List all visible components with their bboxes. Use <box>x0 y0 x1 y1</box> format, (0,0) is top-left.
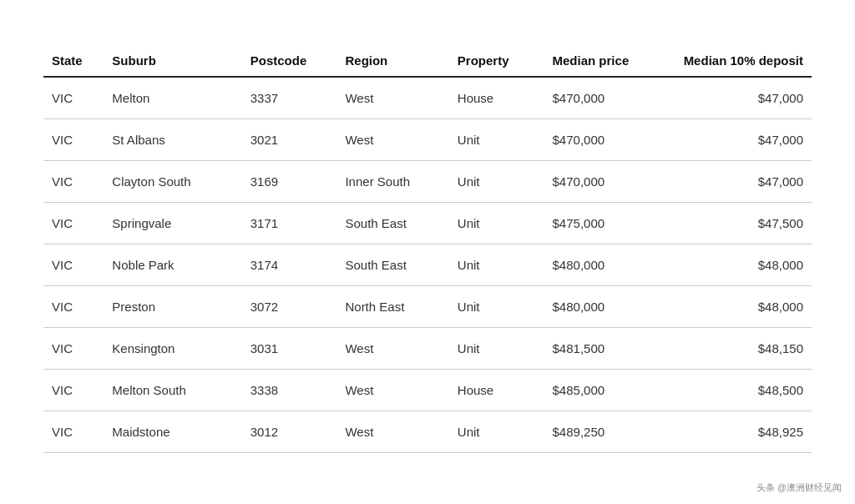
cell-postcode: 3012 <box>242 411 337 452</box>
cell-region: South East <box>336 244 448 285</box>
data-table: StateSuburbPostcodeRegionPropertyMedian … <box>43 43 812 453</box>
table-row: VICClayton South3169Inner SouthUnit$470,… <box>43 160 812 202</box>
cell-suburb: Noble Park <box>104 244 241 285</box>
cell-state: VIC <box>43 411 104 452</box>
cell-region: West <box>336 369 448 411</box>
cell-suburb: Preston <box>104 285 241 327</box>
table-header: StateSuburbPostcodeRegionPropertyMedian … <box>43 43 812 77</box>
cell-state: VIC <box>43 160 104 202</box>
cell-state: VIC <box>43 118 104 160</box>
table-row: VICMaidstone3012WestUnit$489,250$48,925 <box>43 411 812 452</box>
cell-median_price: $470,000 <box>544 118 665 160</box>
cell-state: VIC <box>43 244 104 285</box>
cell-postcode: 3169 <box>242 160 337 202</box>
cell-state: VIC <box>43 285 104 327</box>
cell-postcode: 3338 <box>242 369 337 411</box>
header-postcode: Postcode <box>242 43 337 77</box>
cell-region: West <box>336 327 448 369</box>
table-row: VICKensington3031WestUnit$481,500$48,150 <box>43 327 812 369</box>
cell-median_price: $485,000 <box>544 369 665 411</box>
cell-postcode: 3031 <box>242 327 337 369</box>
cell-region: North East <box>336 285 448 327</box>
cell-median_price: $480,000 <box>544 244 665 285</box>
cell-median_price: $489,250 <box>544 411 665 452</box>
cell-postcode: 3072 <box>242 285 337 327</box>
table-row: VICSt Albans3021WestUnit$470,000$47,000 <box>43 118 812 160</box>
cell-suburb: Kensington <box>104 327 241 369</box>
cell-region: West <box>336 411 448 452</box>
header-state: State <box>43 43 104 77</box>
header-median_price: Median price <box>544 43 665 77</box>
cell-median_deposit: $47,000 <box>665 77 812 119</box>
cell-region: South East <box>336 202 448 244</box>
cell-median_price: $481,500 <box>544 327 665 369</box>
cell-property: House <box>449 369 544 411</box>
cell-median_deposit: $47,500 <box>665 202 812 244</box>
table-row: VICSpringvale3171South EastUnit$475,000$… <box>43 202 812 244</box>
cell-median_price: $475,000 <box>544 202 665 244</box>
cell-state: VIC <box>43 369 104 411</box>
cell-median_price: $470,000 <box>544 160 665 202</box>
cell-median_deposit: $48,150 <box>665 327 812 369</box>
cell-property: Unit <box>449 118 544 160</box>
cell-postcode: 3337 <box>242 77 337 119</box>
table-row: VICMelton3337WestHouse$470,000$47,000 <box>43 77 812 119</box>
cell-property: Unit <box>449 327 544 369</box>
cell-postcode: 3171 <box>242 202 337 244</box>
cell-postcode: 3021 <box>242 118 337 160</box>
cell-median_deposit: $48,500 <box>665 369 812 411</box>
table-row: VICMelton South3338WestHouse$485,000$48,… <box>43 369 812 411</box>
cell-suburb: St Albans <box>104 118 241 160</box>
table-row: VICNoble Park3174South EastUnit$480,000$… <box>43 244 812 285</box>
cell-state: VIC <box>43 77 104 119</box>
table-row: VICPreston3072North EastUnit$480,000$48,… <box>43 285 812 327</box>
cell-property: Unit <box>449 285 544 327</box>
table-container: StateSuburbPostcodeRegionPropertyMedian … <box>27 35 828 470</box>
cell-suburb: Springvale <box>104 202 241 244</box>
table-body: VICMelton3337WestHouse$470,000$47,000VIC… <box>43 77 812 453</box>
header-suburb: Suburb <box>104 43 241 77</box>
header-median_deposit: Median 10% deposit <box>665 43 812 77</box>
cell-region: Inner South <box>336 160 448 202</box>
cell-suburb: Melton <box>104 77 241 119</box>
header-property: Property <box>449 43 544 77</box>
cell-property: Unit <box>449 160 544 202</box>
cell-suburb: Clayton South <box>104 160 241 202</box>
cell-state: VIC <box>43 202 104 244</box>
cell-median_deposit: $48,925 <box>665 411 812 452</box>
cell-postcode: 3174 <box>242 244 337 285</box>
cell-median_price: $470,000 <box>544 77 665 119</box>
cell-median_deposit: $47,000 <box>665 160 812 202</box>
header-region: Region <box>336 43 448 77</box>
cell-property: House <box>449 77 544 119</box>
cell-region: West <box>336 77 448 119</box>
cell-suburb: Maidstone <box>104 411 241 452</box>
cell-median_deposit: $48,000 <box>665 285 812 327</box>
cell-median_deposit: $48,000 <box>665 244 812 285</box>
cell-property: Unit <box>449 411 544 452</box>
header-row: StateSuburbPostcodeRegionPropertyMedian … <box>43 43 812 77</box>
cell-property: Unit <box>449 244 544 285</box>
cell-region: West <box>336 118 448 160</box>
cell-suburb: Melton South <box>104 369 241 411</box>
watermark: 头条 @澳洲财经见闻 <box>751 480 847 496</box>
cell-median_price: $480,000 <box>544 285 665 327</box>
cell-median_deposit: $47,000 <box>665 118 812 160</box>
cell-property: Unit <box>449 202 544 244</box>
cell-state: VIC <box>43 327 104 369</box>
